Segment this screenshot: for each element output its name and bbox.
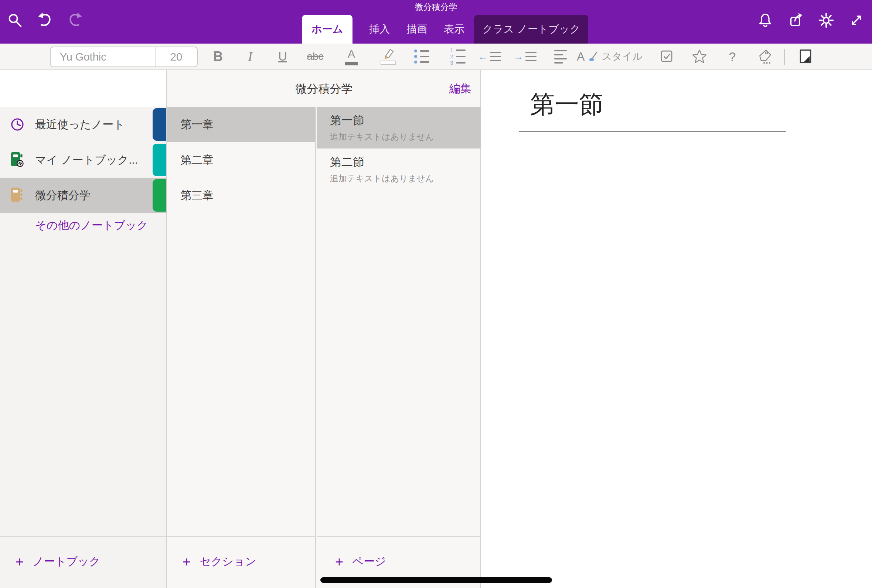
tab-view[interactable]: 表示	[444, 15, 464, 44]
style-brush-icon	[587, 51, 599, 62]
notebooks-sidebar: 最近使ったノート マイ ノートブック...	[0, 70, 167, 588]
formatting-toolbar: Yu Gothic 20 B I U abc A 1 2	[0, 44, 872, 70]
sidebar-item-my-notebooks[interactable]: マイ ノートブック...	[0, 142, 167, 178]
important-star-button[interactable]	[687, 45, 711, 68]
plus-icon: +	[183, 555, 191, 569]
page-canvas[interactable]: 第一節	[482, 70, 872, 588]
highlighter-button[interactable]	[376, 45, 401, 68]
resize-window-icon[interactable]	[847, 11, 866, 30]
question-tag-button[interactable]: ?	[720, 45, 744, 68]
section-row-chapter3[interactable]: 第三章	[167, 178, 315, 213]
sidebar-item-recent-notes[interactable]: 最近使ったノート	[0, 107, 167, 142]
font-name-value[interactable]: Yu Gothic	[51, 51, 155, 63]
font-size-value[interactable]: 20	[155, 47, 197, 66]
sidebar-item-calculus-notebook[interactable]: 微分積分学	[0, 178, 167, 213]
window-document-title: 微分積分学	[0, 2, 872, 13]
strikethrough-button[interactable]: abc	[303, 45, 327, 68]
app-header: 微分積分学 ホーム 挿入 描画 表示 クラス ノートブック	[0, 0, 872, 44]
main-area: 最近使ったノート マイ ノートブック...	[0, 70, 872, 588]
sidebar-item-label: マイ ノートブック...	[35, 153, 138, 168]
font-color-button[interactable]: A	[339, 45, 363, 68]
settings-gear-icon[interactable]	[817, 11, 835, 30]
tab-home[interactable]: ホーム	[302, 15, 353, 44]
notebook-sync-icon	[11, 152, 25, 168]
tag-button[interactable]	[753, 45, 777, 68]
sidebar-item-label: 微分積分学	[35, 188, 90, 203]
section-row-chapter2[interactable]: 第二章	[167, 142, 315, 178]
ribbon-tabs: ホーム 挿入 描画 表示 クラス ノートブック	[302, 15, 588, 44]
todo-checkbox-button[interactable]	[655, 45, 679, 68]
styles-button[interactable]: A スタイル	[576, 45, 643, 68]
undo-icon[interactable]	[36, 11, 54, 30]
search-icon[interactable]	[6, 11, 24, 30]
notebook-navigator: 微分積分学 編集 第一章 第二章 第三章 + セクション	[167, 70, 481, 588]
tab-draw[interactable]: 描画	[407, 15, 427, 44]
italic-button[interactable]: I	[238, 45, 262, 68]
navigator-header: 微分積分学 編集	[167, 70, 481, 107]
sections-list: 第一章 第二章 第三章 + セクション	[167, 107, 316, 588]
page-title[interactable]: 第一節	[530, 88, 603, 121]
page-color-button[interactable]	[793, 45, 818, 68]
page-title-underline	[519, 131, 786, 132]
sidebar-item-label: 最近使ったノート	[35, 117, 125, 132]
more-notebooks-link[interactable]: その他のノートブック	[35, 218, 148, 233]
notebook-color-tab-blue	[153, 108, 166, 141]
redo-icon[interactable]	[66, 11, 84, 30]
tab-insert[interactable]: 挿入	[369, 15, 390, 44]
sections-bottom-bar: + セクション	[167, 536, 315, 588]
home-indicator-bar[interactable]	[320, 577, 552, 583]
share-icon[interactable]	[787, 11, 806, 30]
underline-button[interactable]: U	[270, 45, 295, 68]
plus-icon: +	[335, 555, 343, 569]
numbered-list-button[interactable]: 1 2 3	[445, 45, 469, 68]
toolbar-divider	[784, 49, 785, 65]
sidebar-top-area	[0, 70, 166, 107]
bold-button[interactable]: B	[206, 45, 230, 68]
edit-button[interactable]: 編集	[449, 81, 471, 96]
styles-label: スタイル	[602, 50, 642, 63]
navigator-notebook-title: 微分積分学	[167, 81, 481, 97]
add-page-button[interactable]: + ページ	[335, 554, 386, 569]
notebook-color-tab-green	[153, 179, 166, 212]
clock-icon	[11, 116, 25, 133]
onenote-app: 微分積分学 ホーム 挿入 描画 表示 クラス ノートブック	[0, 0, 872, 588]
add-section-button[interactable]: + セクション	[183, 554, 257, 569]
pages-list: 第一節 追加テキストはありません 第二節 追加テキストはありません + ページ	[317, 107, 481, 588]
add-notebook-button[interactable]: + ノートブック	[15, 554, 101, 569]
sidebar-bottom-bar: + ノートブック	[0, 536, 166, 588]
plus-icon: +	[15, 555, 24, 569]
notebook-icon	[11, 187, 25, 204]
page-row-section2[interactable]: 第二節 追加テキストはありません	[317, 148, 481, 190]
indent-button[interactable]: →	[513, 45, 537, 68]
notebook-color-tab-teal	[153, 144, 166, 176]
font-picker[interactable]: Yu Gothic 20	[50, 46, 198, 67]
bullet-list-button[interactable]	[410, 45, 434, 68]
notifications-bell-icon[interactable]	[756, 11, 774, 30]
outdent-button[interactable]: ←	[477, 45, 502, 68]
section-row-chapter1[interactable]: 第一章	[167, 107, 315, 142]
page-row-section1[interactable]: 第一節 追加テキストはありません	[317, 107, 481, 148]
tab-class-notebook[interactable]: クラス ノートブック	[474, 15, 588, 44]
alignment-button[interactable]	[548, 45, 573, 68]
